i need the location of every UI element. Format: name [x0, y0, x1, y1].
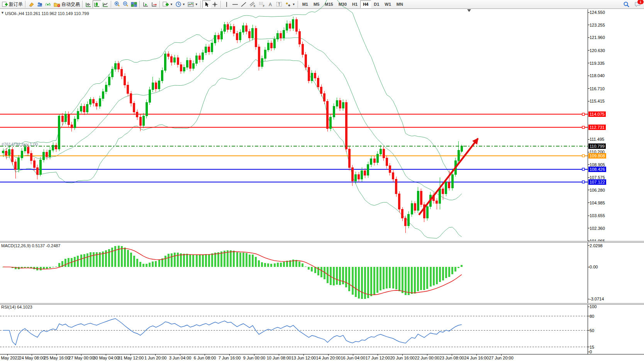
chart-title-ohlc: USOil-,H4 110.261 110.962 110.149 110.79… [5, 11, 89, 16]
price-tick: 106.280 [590, 188, 605, 192]
price-tick: 116.710 [590, 86, 605, 91]
price-tick: 111.495 [590, 137, 604, 142]
macd-panel-separator[interactable] [0, 241, 644, 243]
mt4-window: 新订单 自动交易 [0, 0, 644, 361]
rsi-indicator-label: RSI(14) 64.1023 [1, 305, 32, 309]
price-tick: 103.655 [590, 213, 605, 218]
rsi-tick: 50 [590, 328, 594, 333]
macd-tick: -3.0714 [590, 297, 604, 301]
macd-tick: 0.00 [590, 265, 598, 269]
rsi-tick: 100 [590, 304, 597, 309]
quote-panel-collapse-icon[interactable]: ▼ [1, 11, 4, 15]
time-label: 27 Jun 20:00 [484, 356, 519, 360]
time-axis-line [0, 354, 644, 354]
price-line-label: 109.808 [588, 153, 606, 159]
rsi-panel-separator[interactable] [0, 303, 644, 305]
chart-shift-marker[interactable] [467, 9, 471, 12]
macd-indicator-label: MACD(12,26,9) 0.5137 -0.2487 [1, 243, 60, 248]
price-line-label: 114.075 [588, 111, 606, 117]
price-line-label: 107.122 [588, 179, 606, 185]
price-tick: 124.550 [590, 10, 605, 15]
price-tick: 104.985 [590, 201, 605, 205]
macd-tick: 2.0298 [590, 243, 603, 248]
price-tick: 118.040 [590, 73, 605, 78]
price-tick: 102.360 [590, 226, 605, 231]
price-axis-line [588, 9, 588, 354]
price-line-label: 108.426 [588, 167, 606, 172]
chart-canvas[interactable]: ▼ USOil-,H4 110.261 110.962 110.149 110.… [0, 9, 644, 361]
price-line-label: 110.799 [588, 143, 606, 149]
rsi-tick: 15 [590, 345, 594, 349]
price-tick: 123.255 [590, 23, 605, 27]
chart-plot [0, 0, 644, 361]
price-tick: 120.630 [590, 48, 605, 53]
price-tick: 115.415 [590, 99, 605, 103]
rsi-tick: 80 [590, 314, 594, 319]
price-line-label: 112.731 [588, 125, 606, 130]
price-tick: 119.335 [590, 61, 605, 66]
price-tick: 121.960 [590, 35, 605, 40]
rsi-tick: 0 [590, 349, 592, 354]
open-position-label: #7614792 buy 1.00 [2, 142, 38, 147]
